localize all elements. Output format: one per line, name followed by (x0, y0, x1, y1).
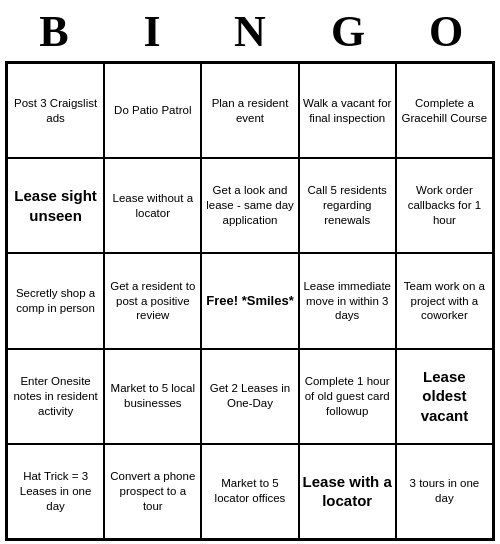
bingo-cell-r3c1[interactable]: Secretly shop a comp in person (7, 253, 104, 348)
bingo-cell-r1c1[interactable]: Post 3 Craigslist ads (7, 63, 104, 158)
bingo-cell-r2c4[interactable]: Call 5 residents regarding renewals (299, 158, 396, 253)
bingo-cell-r1c3[interactable]: Plan a resident event (201, 63, 298, 158)
bingo-letter-i: I (108, 6, 196, 57)
bingo-cell-r4c1[interactable]: Enter Onesite notes in resident activity (7, 349, 104, 444)
bingo-cell-r1c4[interactable]: Walk a vacant for final inspection (299, 63, 396, 158)
bingo-cell-r2c3[interactable]: Get a look and lease - same day applicat… (201, 158, 298, 253)
bingo-cell-r3c2[interactable]: Get a resident to post a positive review (104, 253, 201, 348)
bingo-letter-b: B (10, 6, 98, 57)
bingo-cell-r4c3[interactable]: Get 2 Leases in One-Day (201, 349, 298, 444)
bingo-cell-r4c2[interactable]: Market to 5 local businesses (104, 349, 201, 444)
bingo-cell-r5c2[interactable]: Convert a phone prospect to a tour (104, 444, 201, 539)
bingo-cell-r2c1[interactable]: Lease sight unseen (7, 158, 104, 253)
bingo-cell-r2c5[interactable]: Work order callbacks for 1 hour (396, 158, 493, 253)
bingo-cell-r1c5[interactable]: Complete a Gracehill Course (396, 63, 493, 158)
bingo-letter-g: G (304, 6, 392, 57)
bingo-title: BINGO (5, 0, 495, 61)
bingo-cell-r4c5[interactable]: Lease oldest vacant (396, 349, 493, 444)
bingo-cell-r5c5[interactable]: 3 tours in one day (396, 444, 493, 539)
bingo-cell-r5c4[interactable]: Lease with a locator (299, 444, 396, 539)
bingo-cell-r3c3[interactable]: Free! *Smiles* (201, 253, 298, 348)
bingo-cell-r4c4[interactable]: Complete 1 hour of old guest card follow… (299, 349, 396, 444)
bingo-grid: Post 3 Craigslist adsDo Patio PatrolPlan… (5, 61, 495, 541)
bingo-letter-o: O (402, 6, 490, 57)
bingo-cell-r3c4[interactable]: Lease immediate move in within 3 days (299, 253, 396, 348)
bingo-letter-n: N (206, 6, 294, 57)
bingo-cell-r2c2[interactable]: Lease without a locator (104, 158, 201, 253)
bingo-cell-r3c5[interactable]: Team work on a project with a coworker (396, 253, 493, 348)
bingo-cell-r1c2[interactable]: Do Patio Patrol (104, 63, 201, 158)
bingo-cell-r5c3[interactable]: Market to 5 locator offices (201, 444, 298, 539)
bingo-cell-r5c1[interactable]: Hat Trick = 3 Leases in one day (7, 444, 104, 539)
